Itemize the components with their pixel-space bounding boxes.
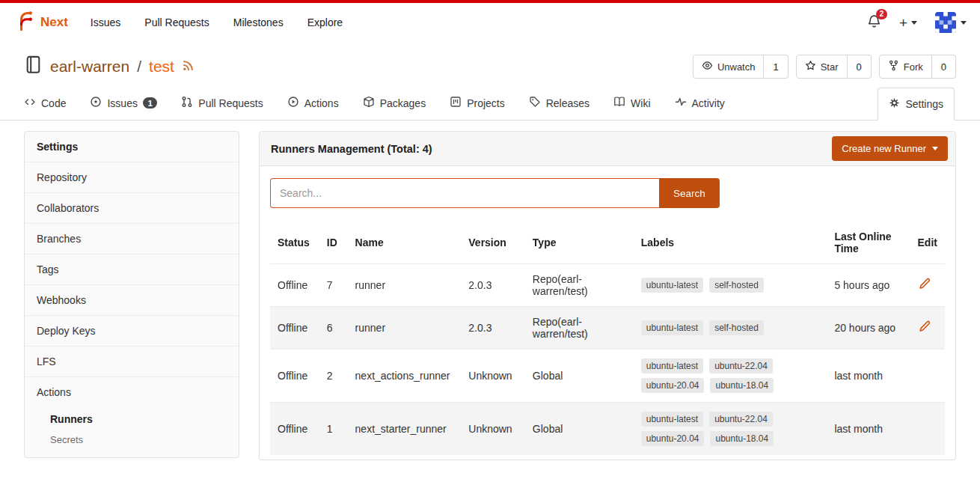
repo-icon <box>24 55 43 78</box>
runner-status: Offline <box>270 264 319 307</box>
tab-actions[interactable]: Actions <box>286 87 340 120</box>
search-bar: Search <box>270 178 945 208</box>
table-row: Offline 1 next_starter_runner Unknown Gl… <box>270 403 945 456</box>
tab-wiki[interactable]: Wiki <box>612 87 652 120</box>
notifications-button[interactable]: 2 <box>867 14 881 31</box>
runner-name: runner <box>348 264 462 307</box>
runner-id: 6 <box>319 307 348 350</box>
runner-labels: ubuntu-latest self-hosted <box>634 264 827 307</box>
tab-label: Code <box>41 97 66 109</box>
sidebar-item-lfs[interactable]: LFS <box>25 346 239 376</box>
tab-pull-requests[interactable]: Pull Requests <box>180 87 264 120</box>
runner-version: Unknown <box>461 403 525 456</box>
runner-labels: ubuntu-latest ubuntu-22.04 ubuntu-20.04 … <box>634 350 827 403</box>
book-icon <box>613 96 625 110</box>
tab-projects[interactable]: Projects <box>448 87 506 120</box>
tab-label: Releases <box>546 97 589 109</box>
repo-owner-link[interactable]: earl-warren <box>50 58 129 76</box>
nav-issues[interactable]: Issues <box>91 16 120 28</box>
gear-icon <box>889 97 900 111</box>
forgejo-logo-icon <box>13 10 34 35</box>
sidebar-item-secrets[interactable]: Secrets <box>25 430 239 450</box>
table-header-row: Status ID Name Version Type Labels Last … <box>270 222 945 264</box>
nav-pull-requests[interactable]: Pull Requests <box>144 16 209 28</box>
sidebar-item-actions[interactable]: Actions <box>25 376 239 407</box>
top-navbar: Next Issues Pull Requests Milestones Exp… <box>0 3 980 42</box>
tab-label: Projects <box>467 97 505 109</box>
chevron-down-icon <box>911 21 917 25</box>
tag-icon <box>529 96 541 110</box>
edit-runner-button[interactable] <box>918 323 931 335</box>
tab-settings[interactable]: Settings <box>878 88 955 120</box>
star-button[interactable]: Star 0 <box>796 55 872 79</box>
tab-label: Actions <box>304 97 339 109</box>
code-icon <box>24 96 36 110</box>
table-row: Offline 2 next_actions_runner Unknown Gl… <box>270 350 945 403</box>
tab-releases[interactable]: Releases <box>527 87 591 120</box>
runner-last-online: 20 hours ago <box>827 307 910 350</box>
runner-version: 2.0.3 <box>461 264 525 307</box>
brand-label: Next <box>40 15 68 30</box>
content-area: Settings Repository Collaborators Branch… <box>0 120 980 468</box>
avatar <box>935 12 956 33</box>
star-count[interactable]: 0 <box>848 55 872 79</box>
fork-count[interactable]: 0 <box>932 55 956 79</box>
plus-icon: + <box>899 16 907 30</box>
chevron-down-icon <box>932 147 938 150</box>
sidebar-item-runners[interactable]: Runners <box>25 409 239 430</box>
tab-activity[interactable]: Activity <box>673 87 726 120</box>
home-link[interactable]: Next <box>13 10 68 35</box>
create-menu-button[interactable]: + <box>899 16 917 30</box>
runner-name: next_actions_runner <box>348 350 462 403</box>
runner-version: 2.0.3 <box>461 307 525 350</box>
tab-label: Issues <box>107 97 137 109</box>
rss-feed-icon[interactable] <box>182 58 195 76</box>
nav-milestones[interactable]: Milestones <box>233 16 284 28</box>
sidebar-item-repository[interactable]: Repository <box>25 162 239 192</box>
runner-type: Repo(earl-warren/test) <box>525 307 634 350</box>
tab-issues[interactable]: Issues 1 <box>88 87 159 120</box>
search-input[interactable] <box>270 178 659 208</box>
notification-count-badge: 2 <box>876 9 887 19</box>
runner-type: Repo(earl-warren/test) <box>525 264 634 307</box>
col-last-online: Last Online Time <box>827 222 910 264</box>
label-chip: ubuntu-18.04 <box>710 431 774 446</box>
runner-labels: ubuntu-latest ubuntu-22.04 ubuntu-20.04 … <box>634 403 827 456</box>
tab-packages[interactable]: Packages <box>361 87 427 120</box>
create-new-runner-button[interactable]: Create new Runner <box>832 136 948 161</box>
watch-button[interactable]: Unwatch 1 <box>693 55 788 79</box>
pull-request-icon <box>181 96 193 110</box>
tab-code[interactable]: Code <box>22 87 67 120</box>
sidebar-item-branches[interactable]: Branches <box>25 223 239 254</box>
col-version: Version <box>461 222 525 264</box>
edit-runner-button[interactable] <box>918 281 931 293</box>
sidebar-item-deploy-keys[interactable]: Deploy Keys <box>25 315 239 346</box>
play-circle-icon <box>287 96 299 110</box>
runner-id: 7 <box>319 264 348 307</box>
create-new-runner-label: Create new Runner <box>842 143 926 154</box>
sidebar-item-tags[interactable]: Tags <box>25 254 239 284</box>
search-button[interactable]: Search <box>659 178 720 208</box>
label-chip: ubuntu-18.04 <box>710 378 774 393</box>
user-menu-button[interactable] <box>935 12 967 33</box>
tab-label: Pull Requests <box>198 97 263 109</box>
tab-label: Packages <box>380 97 426 109</box>
label-chip: ubuntu-20.04 <box>641 431 705 446</box>
watch-count[interactable]: 1 <box>764 55 788 79</box>
settings-sidebar: Settings Repository Collaborators Branch… <box>24 131 239 458</box>
star-label: Star <box>821 61 839 73</box>
tab-label: Settings <box>905 98 943 110</box>
runner-type: Global <box>525 350 634 403</box>
fork-button[interactable]: Fork 0 <box>879 55 956 79</box>
sidebar-item-webhooks[interactable]: Webhooks <box>25 284 239 315</box>
nav-explore[interactable]: Explore <box>307 16 343 28</box>
sidebar-item-settings[interactable]: Settings <box>25 132 239 162</box>
runner-status: Offline <box>270 307 319 350</box>
table-row: Offline 6 runner 2.0.3 Repo(earl-warren/… <box>270 307 945 350</box>
issues-count-badge: 1 <box>143 97 157 109</box>
runners-panel: Runners Management (Total: 4) Create new… <box>259 131 956 468</box>
sidebar-item-collaborators[interactable]: Collaborators <box>25 192 239 223</box>
label-chip: ubuntu-latest <box>641 412 703 427</box>
col-name: Name <box>348 222 462 264</box>
repo-name-link[interactable]: test <box>149 58 174 76</box>
